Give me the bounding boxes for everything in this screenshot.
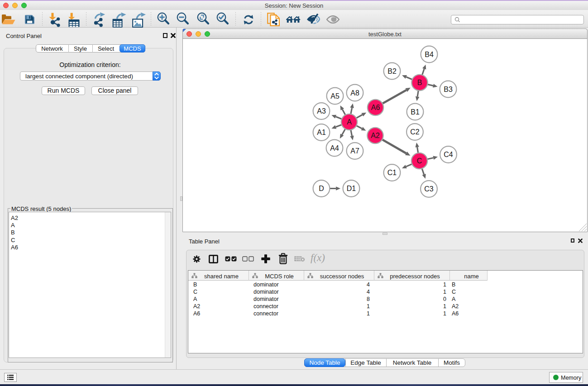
svg-text:C3: C3 — [424, 185, 434, 193]
svg-text:A7: A7 — [350, 147, 359, 155]
svg-text:C: C — [417, 157, 422, 165]
svg-text:A1: A1 — [317, 129, 326, 136]
svg-text:C2: C2 — [410, 128, 420, 136]
svg-text:C1: C1 — [387, 169, 397, 176]
svg-text:A3: A3 — [317, 107, 326, 115]
svg-text:B2: B2 — [387, 67, 397, 75]
svg-text:A4: A4 — [330, 144, 339, 152]
svg-text:C4: C4 — [444, 151, 453, 158]
svg-text:D1: D1 — [347, 185, 356, 192]
svg-text:B3: B3 — [444, 86, 453, 93]
svg-text:A2: A2 — [371, 132, 380, 139]
svg-text:A: A — [347, 118, 352, 126]
svg-text:B4: B4 — [425, 51, 434, 58]
svg-text:D: D — [319, 185, 324, 192]
svg-text:A6: A6 — [371, 104, 380, 111]
svg-text:B: B — [417, 79, 422, 86]
svg-text:A8: A8 — [350, 89, 359, 97]
svg-text:A5: A5 — [330, 92, 339, 100]
svg-text:B1: B1 — [411, 108, 420, 116]
